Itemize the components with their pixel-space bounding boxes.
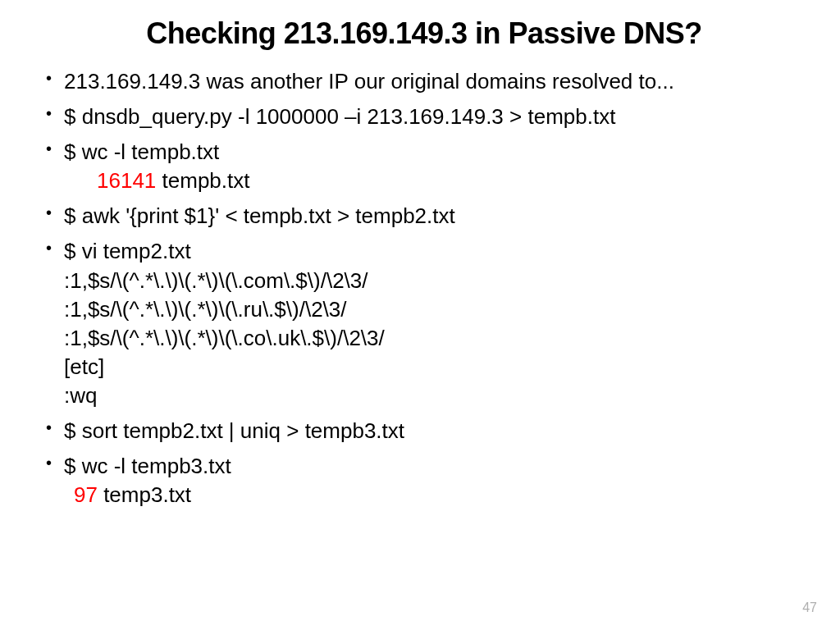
bullet-text: $ vi temp2.txt [64,239,191,263]
slide-title: Checking 213.169.149.3 in Passive DNS? [41,16,807,51]
output-file: tempb.txt [156,168,249,193]
list-item: $ wc -l tempb.txt 16141 tempb.txt [41,138,807,195]
code-line: :1,$s/\(^.*\.\)\(.*\)\(\.ru\.$\)/\2\3/ [64,295,807,324]
highlight-value: 97 [74,482,98,507]
output-line: 16141 tempb.txt [64,167,807,195]
list-item: $ wc -l tempb3.txt 97 temp3.txt [41,452,807,509]
highlight-value: 16141 [97,168,156,193]
code-line: :1,$s/\(^.*\.\)\(.*\)\(\.co\.uk\.$\)/\2\… [64,324,807,353]
code-line: [etc] [64,353,807,381]
output-line: 97 temp3.txt [64,481,807,509]
slide-content: Checking 213.169.149.3 in Passive DNS? 2… [0,0,840,532]
list-item: 213.169.149.3 was another IP our origina… [41,67,807,96]
bullet-text: $ wc -l tempb3.txt [64,454,231,478]
bullet-text: $ sort tempb2.txt | uniq > tempb3.txt [64,418,404,443]
list-item: $ vi temp2.txt :1,$s/\(^.*\.\)\(.*\)\(\.… [41,237,807,410]
list-item: $ sort tempb2.txt | uniq > tempb3.txt [41,417,807,445]
code-line: :wq [64,381,807,410]
list-item: $ awk '{print $1}' < tempb.txt > tempb2.… [41,202,807,231]
bullet-text: $ dnsdb_query.py -l 1000000 –i 213.169.1… [64,104,615,129]
bullet-text: $ awk '{print $1}' < tempb.txt > tempb2.… [64,203,455,228]
output-file: temp3.txt [98,482,191,507]
page-number: 47 [802,600,817,615]
bullet-list: 213.169.149.3 was another IP our origina… [41,67,807,509]
bullet-text: $ wc -l tempb.txt [64,139,219,164]
bullet-text: 213.169.149.3 was another IP our origina… [64,69,674,94]
list-item: $ dnsdb_query.py -l 1000000 –i 213.169.1… [41,103,807,131]
code-line: :1,$s/\(^.*\.\)\(.*\)\(\.com\.$\)/\2\3/ [64,267,807,295]
